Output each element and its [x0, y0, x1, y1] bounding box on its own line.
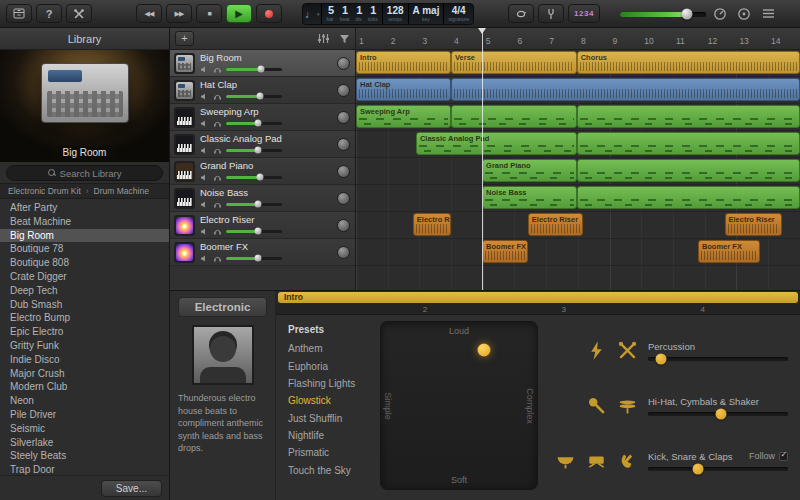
region[interactable]: Classic Analog Pad: [416, 132, 577, 155]
library-item[interactable]: Crate Digger: [0, 270, 169, 284]
pan-knob[interactable]: [337, 84, 350, 97]
region[interactable]: Boomer FX: [698, 240, 760, 263]
preset-item[interactable]: Euphoria: [284, 357, 372, 374]
region[interactable]: [577, 186, 800, 209]
library-item[interactable]: Dub Smash: [0, 298, 169, 312]
library-item[interactable]: Big Room: [0, 229, 169, 243]
region[interactable]: Boomer FX: [482, 240, 528, 263]
preset-item[interactable]: Just Shufflin: [284, 410, 372, 427]
mute-button[interactable]: [200, 119, 209, 128]
library-item[interactable]: Boutique 78: [0, 242, 169, 256]
preset-item[interactable]: Touch the Sky: [284, 462, 372, 479]
forward-button[interactable]: ▶▶: [166, 4, 192, 23]
region[interactable]: [451, 78, 800, 101]
region[interactable]: Hat Clap: [356, 78, 451, 101]
library-item[interactable]: Seismic: [0, 422, 169, 436]
track-volume-slider[interactable]: [226, 68, 282, 71]
arrangement-marker[interactable]: Intro: [278, 292, 798, 303]
breadcrumb[interactable]: Electronic Drum Kit › Drum Machine: [0, 183, 169, 199]
mute-button[interactable]: [200, 92, 209, 101]
track-volume-slider[interactable]: [226, 230, 282, 233]
library-toggle-button[interactable]: [6, 4, 32, 23]
track-header[interactable]: Hat Clap: [170, 77, 355, 104]
track-volume-slider[interactable]: [226, 176, 282, 179]
library-item[interactable]: Silverlake: [0, 436, 169, 450]
playhead[interactable]: [482, 28, 483, 290]
preset-item[interactable]: Flashing Lights: [284, 375, 372, 392]
list-button[interactable]: [758, 4, 778, 23]
count-in-button[interactable]: 1234: [568, 4, 600, 23]
region[interactable]: [451, 105, 577, 128]
region[interactable]: Electro Riser: [413, 213, 451, 236]
stop-button[interactable]: ■: [196, 4, 222, 23]
meter-button[interactable]: [734, 4, 754, 23]
cycle-button[interactable]: [508, 4, 534, 23]
solo-button[interactable]: [213, 92, 222, 101]
track-header[interactable]: Big Room: [170, 50, 355, 77]
breadcrumb-parent[interactable]: Electronic Drum Kit: [8, 186, 81, 196]
lcd-time-signature-section[interactable]: 4/4 signature: [444, 4, 473, 24]
track-header[interactable]: Noise Bass: [170, 185, 355, 212]
track-header[interactable]: Boomer FX: [170, 239, 355, 266]
pan-knob[interactable]: [337, 57, 350, 70]
play-button[interactable]: ▶: [226, 4, 252, 23]
solo-button[interactable]: [213, 173, 222, 182]
level-slider[interactable]: [648, 357, 788, 361]
editor-ruler[interactable]: Intro: [276, 291, 800, 304]
library-item[interactable]: Trap Door: [0, 463, 169, 475]
bar-ruler[interactable]: 1234567891011121314: [356, 28, 800, 50]
tools-button[interactable]: [66, 4, 92, 23]
track-volume-slider[interactable]: [226, 122, 282, 125]
region[interactable]: Sweeping Arp: [356, 105, 451, 128]
lcd-display[interactable]: ♩▾ 5 1 1 1 bar beat div ticks 128 tempo: [302, 3, 474, 25]
mute-button[interactable]: [200, 173, 209, 182]
tuner-button[interactable]: [538, 4, 564, 23]
xy-pad[interactable]: Loud Soft Simple Complex: [380, 321, 538, 490]
mute-button[interactable]: [200, 200, 209, 209]
solo-button[interactable]: [213, 65, 222, 74]
region[interactable]: Electro Riser: [528, 213, 583, 236]
track-volume-slider[interactable]: [226, 203, 282, 206]
pan-knob[interactable]: [337, 138, 350, 151]
slider-handle[interactable]: [715, 408, 726, 419]
preset-item[interactable]: Anthem: [284, 340, 372, 357]
mute-button[interactable]: [200, 254, 209, 263]
lcd-tempo-section[interactable]: 128 tempo: [383, 4, 409, 24]
solo-button[interactable]: [213, 227, 222, 236]
quick-help-button[interactable]: ?: [36, 4, 62, 23]
region[interactable]: Verse: [451, 51, 577, 74]
pan-knob[interactable]: [337, 246, 350, 259]
slider-handle[interactable]: [655, 353, 666, 364]
pan-knob[interactable]: [337, 165, 350, 178]
region[interactable]: Electro Riser: [725, 213, 783, 236]
pan-knob[interactable]: [337, 192, 350, 205]
region[interactable]: [577, 105, 800, 128]
library-item[interactable]: Gritty Funk: [0, 339, 169, 353]
save-button[interactable]: Save...: [101, 480, 162, 497]
region[interactable]: Noise Bass: [482, 186, 577, 209]
library-item[interactable]: Indie Disco: [0, 353, 169, 367]
rewind-button[interactable]: ◀◀: [136, 4, 162, 23]
library-item[interactable]: Electro Bump: [0, 311, 169, 325]
filter-icon[interactable]: [339, 34, 350, 44]
library-item[interactable]: Epic Electro: [0, 325, 169, 339]
add-track-button[interactable]: +: [175, 31, 194, 46]
track-volume-slider[interactable]: [226, 257, 282, 260]
region[interactable]: [577, 159, 800, 182]
track-header[interactable]: Electro Riser: [170, 212, 355, 239]
pan-knob[interactable]: [337, 111, 350, 124]
library-item[interactable]: Beat Machine: [0, 215, 169, 229]
level-slider[interactable]: [648, 467, 788, 471]
slider-handle[interactable]: [693, 463, 704, 474]
solo-button[interactable]: [213, 254, 222, 263]
preset-item[interactable]: Prismatic: [284, 444, 372, 461]
track-volume-slider[interactable]: [226, 95, 282, 98]
record-button[interactable]: [256, 4, 282, 23]
library-item[interactable]: Deep Tech: [0, 284, 169, 298]
preset-item[interactable]: Glowstick: [284, 392, 372, 409]
solo-button[interactable]: [213, 146, 222, 155]
search-input[interactable]: Search Library: [6, 165, 163, 181]
xy-pad-puck[interactable]: [477, 344, 490, 357]
library-item[interactable]: Steely Beats: [0, 449, 169, 463]
track-volume-slider[interactable]: [226, 149, 282, 152]
